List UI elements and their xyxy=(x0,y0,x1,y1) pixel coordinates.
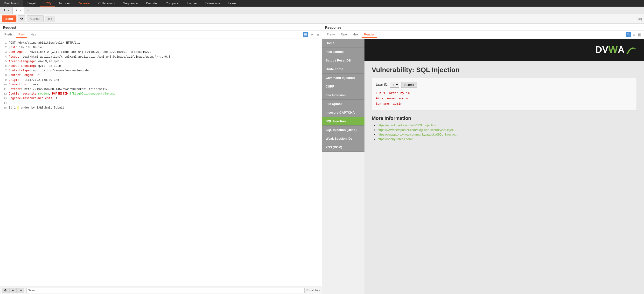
request-icon-more[interactable]: ≡ xyxy=(316,32,320,37)
nav-extensions[interactable]: Extensions xyxy=(201,0,224,6)
tab-1-label: 1 xyxy=(4,9,5,12)
response-icon-list[interactable]: ≡ xyxy=(632,32,636,37)
link-item-3: https://owasp.org/www-community/attacks/… xyxy=(378,133,637,136)
sidebar-item-weak-session-ids[interactable]: Weak Session IDs xyxy=(322,134,364,143)
dvwa-logo-swoosh xyxy=(625,44,637,56)
response-tab-raw[interactable]: Raw xyxy=(338,31,349,38)
nav-intruder[interactable]: Intruder xyxy=(55,0,74,6)
response-tab-hex[interactable]: Hex xyxy=(350,31,360,38)
request-panel-tabs: Pretty Raw Hex ☰ ↵ ≡ xyxy=(0,31,322,39)
nav-dashboard[interactable]: Dashboard xyxy=(0,0,23,6)
sidebar-item-xss-dom[interactable]: XSS (DOM) xyxy=(322,143,364,152)
tab-2-close[interactable]: ✕ xyxy=(18,8,22,12)
request-tab-hex[interactable]: Hex xyxy=(28,31,38,38)
tab-1-close[interactable]: ✕ xyxy=(7,8,10,12)
request-search-bar: ⚙ ← → 0 matches xyxy=(0,287,322,294)
response-panel: Response Pretty Raw Hex Render ⊞ ≡ ▦ Hom… xyxy=(322,24,644,294)
response-icon-more[interactable]: ▦ xyxy=(637,32,642,37)
sidebar-item-file-upload[interactable]: File Upload xyxy=(322,100,364,108)
dvwa-form-box: User ID: 1 Submit ID: 1 order by 1# Firs… xyxy=(372,78,637,111)
search-input[interactable] xyxy=(26,288,304,293)
tab-2-label: 2 xyxy=(16,9,18,12)
sidebar-item-sql-injection[interactable]: SQL Injection xyxy=(322,117,364,126)
link-item-2: https://www.netsparker.com/blog/web-secu… xyxy=(378,128,637,132)
request-tab-icons: ☰ ↵ ≡ xyxy=(303,32,320,37)
top-nav: Dashboard Target Proxy Intruder Repeater… xyxy=(0,0,644,7)
link-item-1: https://en.wikipedia.org/wiki/SQL_inject… xyxy=(378,123,637,127)
nav-divider: | xyxy=(50,17,50,20)
more-info-title: More Information xyxy=(372,115,637,121)
response-tab-icons: ⊞ ≡ ▦ xyxy=(626,32,642,37)
user-id-label: User ID: xyxy=(376,83,388,87)
nav-logger[interactable]: Logger xyxy=(184,0,201,6)
toolbar-target-label: Targ xyxy=(636,17,642,20)
response-tab-render[interactable]: Render xyxy=(362,31,377,38)
nav-next-icon[interactable]: ▷ xyxy=(51,17,53,20)
settings-button[interactable]: ⚙ xyxy=(18,15,25,22)
dvwa-logo: DVWA xyxy=(596,44,637,56)
nav-collaborator[interactable]: Collaborator xyxy=(94,0,119,6)
search-icon-btn[interactable]: ⚙ xyxy=(2,288,9,293)
sidebar-item-home[interactable]: Home xyxy=(322,39,364,47)
sidebar-item-csrf[interactable]: CSRF xyxy=(322,82,364,91)
nav-repeater[interactable]: Repeater xyxy=(74,0,94,6)
user-id-select[interactable]: 1 xyxy=(390,82,399,87)
send-button[interactable]: Send xyxy=(2,15,16,22)
sidebar-item-command-injection[interactable]: Command Injection xyxy=(322,73,364,82)
dvwa-content: Vulnerability: SQL Injection User ID: 1 … xyxy=(364,61,644,147)
nav-learn[interactable]: Learn xyxy=(224,0,240,6)
request-panel-header: Request xyxy=(0,24,322,31)
search-next-button[interactable]: → xyxy=(17,288,24,293)
nav-sequencer[interactable]: Sequencer xyxy=(119,0,142,6)
matches-count: 0 matches xyxy=(306,289,320,292)
dvwa-header: DVWA xyxy=(364,39,644,61)
link-4[interactable]: https://bobby-tables.com/ xyxy=(378,137,412,141)
link-item-4: https://bobby-tables.com/ xyxy=(378,137,637,141)
link-2[interactable]: https://www.netsparker.com/blog/web-secu… xyxy=(378,128,456,132)
result-line-3: Surname: admin xyxy=(376,101,633,107)
request-icon-wrap[interactable]: ↵ xyxy=(310,32,314,37)
response-panel-tabs: Pretty Raw Hex Render ⊞ ≡ ▦ xyxy=(322,31,644,39)
sidebar-item-instructions[interactable]: Instructions xyxy=(322,47,364,56)
request-tab-pretty[interactable]: Pretty xyxy=(2,31,15,38)
render-content: Home Instructions Setup / Reset DB Brute… xyxy=(322,39,644,294)
result-line-2: First name: admin xyxy=(376,96,633,101)
tab-2[interactable]: 2 ✕ xyxy=(13,7,24,14)
dvwa-sidebar: Home Instructions Setup / Reset DB Brute… xyxy=(322,39,364,294)
sidebar-item-brute-force[interactable]: Brute Force xyxy=(322,65,364,73)
link-1[interactable]: https://en.wikipedia.org/wiki/SQL_inject… xyxy=(378,123,436,127)
submit-button[interactable]: Submit xyxy=(401,82,417,88)
tab-1[interactable]: 1 ✕ xyxy=(1,7,12,14)
search-prev-button[interactable]: ← xyxy=(10,288,17,293)
user-id-row: User ID: 1 Submit xyxy=(376,82,633,88)
response-icon-grid[interactable]: ⊞ xyxy=(626,32,631,37)
sidebar-item-sql-injection-blind[interactable]: SQL Injection (Blind) xyxy=(322,126,364,134)
nav-prev-icon[interactable]: ◁ xyxy=(47,17,50,20)
dvwa-logo-text: DV xyxy=(596,45,608,55)
toolbar: Send ⚙ Cancel ◁ | ▷ Targ xyxy=(0,14,644,24)
result-line-1: ID: 1 order by 1# xyxy=(376,91,633,96)
dvwa-more-info: More Information https://en.wikipedia.or… xyxy=(372,115,637,141)
nav-comparer[interactable]: Comparer xyxy=(162,0,184,6)
nav-proxy[interactable]: Proxy xyxy=(40,0,55,6)
dvwa-links-list: https://en.wikipedia.org/wiki/SQL_inject… xyxy=(372,123,637,141)
request-icon-format[interactable]: ☰ xyxy=(303,32,308,37)
sidebar-item-insecure-captcha[interactable]: Insecure CAPTCHA xyxy=(322,108,364,117)
nav-decoder[interactable]: Decoder xyxy=(142,0,162,6)
nav-prev-next[interactable]: ◁ | ▷ xyxy=(45,16,55,22)
main-content: Request Pretty Raw Hex ☰ ↵ ≡ 1POST /dvwa… xyxy=(0,24,644,294)
sidebar-item-setup[interactable]: Setup / Reset DB xyxy=(322,56,364,65)
link-3[interactable]: https://owasp.org/www-community/attacks/… xyxy=(378,133,458,136)
dvwa-logo-arc: W xyxy=(608,44,618,55)
search-nav: ⚙ ← → xyxy=(2,288,24,293)
dvwa-page-title: Vulnerability: SQL Injection xyxy=(372,66,637,74)
sidebar-item-file-inclusion[interactable]: File Inclusion xyxy=(322,91,364,100)
request-body[interactable]: 1POST /dvwa/vulnerabilities/sqli/ HTTP/1… xyxy=(0,39,322,287)
tabs-row: 1 ✕ 2 ✕ + xyxy=(0,7,644,14)
cancel-button[interactable]: Cancel xyxy=(27,15,44,22)
request-tab-raw[interactable]: Raw xyxy=(16,31,27,38)
tab-add-button[interactable]: + xyxy=(25,7,31,14)
nav-target[interactable]: Target xyxy=(23,0,40,6)
response-tab-pretty[interactable]: Pretty xyxy=(324,31,337,38)
request-panel: Request Pretty Raw Hex ☰ ↵ ≡ 1POST /dvwa… xyxy=(0,24,322,294)
